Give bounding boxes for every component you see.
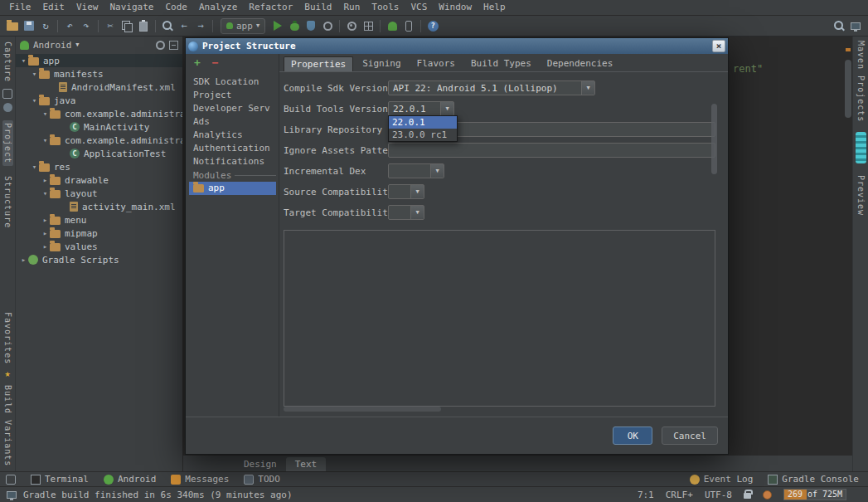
run-configuration-combo[interactable]: app ▼ xyxy=(221,18,265,34)
tool-button-structure[interactable]: Structure xyxy=(3,176,12,228)
settings-icon[interactable] xyxy=(343,17,360,34)
cancel-button[interactable]: Cancel xyxy=(662,426,718,445)
menu-analyze[interactable]: Analyze xyxy=(193,0,243,15)
tree-row-gradle-scripts[interactable]: ▸ Gradle Scripts xyxy=(16,253,182,266)
dialog-title-bar[interactable]: Project Structure × xyxy=(186,38,728,54)
menu-tools[interactable]: Tools xyxy=(366,0,405,15)
incremental-dex-combo[interactable]: ▼ xyxy=(388,163,444,178)
expand-icon[interactable]: ▾ xyxy=(41,189,50,197)
caret-position-widget[interactable]: 7:1 xyxy=(638,490,654,500)
collapsed-icon[interactable]: ▸ xyxy=(41,176,50,184)
tool-button-terminal[interactable]: Terminal xyxy=(31,474,89,485)
toolwindow-toggle-icon[interactable] xyxy=(7,491,17,499)
tool-button-build-variants[interactable]: Build Variants xyxy=(3,385,12,466)
tool-button-android[interactable]: Android xyxy=(104,474,156,485)
search-everywhere-icon[interactable] xyxy=(831,17,847,34)
lock-icon[interactable] xyxy=(744,493,751,499)
scrollbar-thumb[interactable] xyxy=(845,60,851,118)
editor-scrollbar[interactable] xyxy=(845,45,851,377)
expand-icon[interactable]: ▾ xyxy=(30,96,39,105)
tab-properties[interactable]: Properties xyxy=(284,56,353,71)
tab-design[interactable]: Design xyxy=(235,457,286,471)
tree-row-activity-main[interactable]: activity_main.xml xyxy=(16,200,182,213)
tool-button-favorites[interactable]: Favorites xyxy=(3,312,12,364)
menu-file[interactable]: File xyxy=(3,0,37,15)
sidebar-item-sdk-location[interactable]: SDK Location xyxy=(189,76,276,89)
redo-icon[interactable]: ↷ xyxy=(78,17,95,34)
sidebar-item-project[interactable]: Project xyxy=(189,89,276,102)
tool-button-event-log[interactable]: Event Log xyxy=(690,474,754,485)
tool-button-messages[interactable]: Messages xyxy=(171,474,229,485)
help-icon[interactable]: ? xyxy=(424,17,441,34)
tool-button-preview[interactable]: Preview xyxy=(856,175,866,216)
copy-icon[interactable] xyxy=(119,17,135,34)
combo-arrow-button[interactable]: ▼ xyxy=(410,185,424,198)
build-tools-combo[interactable]: 22.0.1 ▼ xyxy=(388,101,454,116)
tool-button-maven-projects[interactable]: Maven Projects xyxy=(856,41,866,122)
debug-icon[interactable] xyxy=(286,17,303,34)
dropdown-option-23-0-0-rc1[interactable]: 23.0.0 rc1 xyxy=(389,129,457,141)
combo-arrow-button[interactable]: ▼ xyxy=(581,81,594,95)
combo-arrow-button[interactable]: ▼ xyxy=(410,206,424,219)
quick-access-button[interactable] xyxy=(6,475,16,485)
tree-row-mainactivity[interactable]: C MainActivity xyxy=(16,120,182,134)
tab-flavors[interactable]: Flavors xyxy=(410,56,462,71)
tree-row-package-main[interactable]: ▾ com.example.administrator xyxy=(16,107,182,120)
open-icon[interactable] xyxy=(4,17,21,34)
target-compat-combo[interactable]: ▼ xyxy=(388,205,424,220)
memory-indicator[interactable]: 269 of 725M xyxy=(783,489,846,500)
tool-button-capture[interactable]: Capture xyxy=(3,41,12,82)
tree-row-manifests[interactable]: ▾ manifests xyxy=(16,67,182,80)
project-structure-icon[interactable] xyxy=(360,17,376,34)
tree-row-res[interactable]: ▾ res xyxy=(16,160,182,173)
menu-refactor[interactable]: Refactor xyxy=(243,0,298,15)
dropdown-option-22-0-1[interactable]: 22.0.1 xyxy=(389,116,457,129)
remove-icon[interactable]: − xyxy=(212,56,219,69)
save-icon[interactable] xyxy=(21,17,37,34)
menu-edit[interactable]: Edit xyxy=(37,0,71,15)
menu-run[interactable]: Run xyxy=(337,0,366,15)
sidebar-item-developer-services[interactable]: Developer Serv xyxy=(189,102,276,115)
forward-icon[interactable]: → xyxy=(192,17,209,34)
menu-view[interactable]: View xyxy=(70,0,104,15)
expand-icon[interactable]: ▾ xyxy=(19,56,28,65)
sidebar-item-analytics[interactable]: Analytics xyxy=(189,129,276,142)
menu-help[interactable]: Help xyxy=(478,0,512,15)
sdk-manager-icon[interactable] xyxy=(384,17,400,34)
tree-row-values[interactable]: ▸ values xyxy=(16,240,182,253)
tab-text[interactable]: Text xyxy=(286,457,327,471)
layout-capture-icon[interactable] xyxy=(3,103,12,112)
source-compat-combo[interactable]: ▼ xyxy=(388,184,424,199)
sidebar-item-ads[interactable]: Ads xyxy=(189,115,276,129)
tree-row-mipmap[interactable]: ▸ mipmap xyxy=(16,227,182,240)
expand-icon[interactable]: ▾ xyxy=(30,163,39,171)
menu-vcs[interactable]: VCS xyxy=(405,0,433,15)
close-icon[interactable]: × xyxy=(712,40,725,52)
dialog-scrollbar-thumb[interactable] xyxy=(711,104,717,174)
menu-window[interactable]: Window xyxy=(433,0,478,15)
menu-build[interactable]: Build xyxy=(298,0,337,15)
cut-icon[interactable]: ✂ xyxy=(102,17,119,34)
tree-row-layout[interactable]: ▾ layout xyxy=(16,187,182,200)
tree-row-menu[interactable]: ▸ menu xyxy=(16,213,182,227)
back-icon[interactable]: ← xyxy=(176,17,192,34)
collapsed-icon[interactable]: ▸ xyxy=(41,229,50,237)
collapsed-icon[interactable]: ▸ xyxy=(41,242,50,251)
tool-button-gradle-console[interactable]: Gradle Console xyxy=(768,474,859,485)
find-icon[interactable] xyxy=(159,17,176,34)
tree-row-drawable[interactable]: ▸ drawable xyxy=(16,173,182,187)
hide-panel-icon[interactable] xyxy=(169,41,178,50)
gear-icon[interactable] xyxy=(156,41,165,50)
coverage-icon[interactable] xyxy=(303,17,319,34)
compile-sdk-combo[interactable]: API 22: Android 5.1 (Lollipop) ▼ xyxy=(388,80,595,95)
expand-icon[interactable]: ▾ xyxy=(41,110,50,118)
hector-inspector-icon[interactable] xyxy=(763,490,772,500)
tab-build-types[interactable]: Build Types xyxy=(464,56,538,71)
tree-row-java[interactable]: ▾ java xyxy=(16,94,182,107)
tree-row-androidmanifest[interactable]: AndroidManifest.xml xyxy=(16,80,182,94)
tree-row-package-test[interactable]: ▾ com.example.administrator xyxy=(16,134,182,147)
ok-button[interactable]: OK xyxy=(613,426,652,445)
avd-manager-icon[interactable] xyxy=(400,17,417,34)
dialog-hscrollbar-thumb[interactable] xyxy=(284,407,441,412)
collapsed-icon[interactable]: ▸ xyxy=(19,256,28,264)
